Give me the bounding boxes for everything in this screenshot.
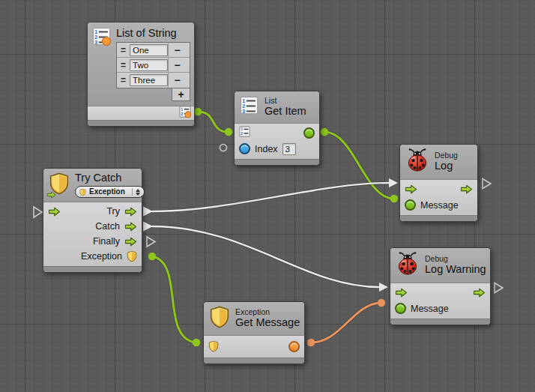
node-title: Log — [435, 160, 458, 172]
drag-handle-icon[interactable]: = — [117, 75, 130, 85]
message-output-port[interactable] — [288, 341, 300, 352]
list-item-row: = − — [117, 73, 190, 88]
node-bottom-band — [400, 215, 477, 221]
wire-getitem-to-log-message[interactable] — [321, 128, 398, 202]
flow-output-port[interactable] — [473, 288, 486, 298]
drag-handle-icon[interactable]: = — [117, 45, 130, 55]
node-title: Try Catch — [75, 172, 145, 184]
message-label: Message — [420, 200, 459, 211]
logwarning-flow-out-marker[interactable] — [495, 283, 503, 293]
index-label: Index — [255, 144, 278, 154]
node-category: Exception — [235, 308, 300, 316]
index-in-marker[interactable] — [220, 145, 227, 151]
node-header[interactable]: List of String = − = − = — [88, 22, 194, 106]
list-of-string-icon — [92, 27, 112, 49]
list-item-input[interactable] — [130, 59, 168, 71]
list-item-row: = − — [117, 58, 190, 73]
node-bottom-band — [390, 319, 490, 325]
remove-item-button[interactable]: − — [168, 73, 186, 88]
output-port-row — [88, 106, 194, 120]
dropdown-divider — [132, 188, 133, 196]
shield-flow-icon — [49, 172, 70, 198]
node-debug-log[interactable]: Debug Log Message — [399, 144, 478, 222]
wire-list-to-getitem[interactable] — [194, 108, 232, 136]
node-header[interactable]: Debug Log Warning — [390, 248, 490, 283]
node-log-warning[interactable]: Debug Log Warning Message — [390, 247, 491, 325]
node-title: Get Item — [265, 106, 306, 117]
exception-label: Exception — [81, 251, 122, 262]
flow-input-port[interactable] — [405, 184, 417, 194]
message-label: Message — [411, 304, 449, 314]
wire-try-to-log[interactable] — [143, 178, 398, 217]
list-input-port[interactable] — [239, 126, 250, 140]
wire-catch-to-logwarning[interactable] — [143, 222, 388, 292]
graph-canvas[interactable]: List of String = − = − = — [0, 0, 535, 392]
message-input-port[interactable] — [395, 303, 406, 314]
list-item-input[interactable] — [130, 44, 168, 56]
log-flow-out-marker[interactable] — [483, 179, 491, 189]
trycatch-flow-in-marker[interactable] — [34, 207, 42, 217]
node-list-of-string[interactable]: List of String = − = − = — [87, 22, 195, 127]
flow-input-port[interactable] — [48, 207, 61, 217]
finally-out-marker[interactable] — [147, 237, 155, 247]
dropdown-value: Exception — [89, 188, 125, 196]
flow-input-port[interactable] — [395, 288, 408, 298]
list-editor: = − = − = − — [116, 42, 190, 88]
drag-handle-icon[interactable]: = — [117, 60, 130, 70]
list-icon — [240, 95, 259, 119]
dropdown-arrows-icon — [136, 189, 140, 196]
node-bottom-band — [88, 120, 194, 126]
item-output-port[interactable] — [303, 127, 315, 139]
shield-icon — [209, 306, 230, 331]
catch-label: Catch — [95, 221, 120, 232]
node-category: Debug — [435, 151, 458, 160]
wire-exception-to-getmessage[interactable] — [148, 253, 200, 346]
list-output-port[interactable] — [179, 106, 191, 121]
flow-output-port[interactable] — [460, 184, 473, 194]
remove-item-button[interactable]: − — [168, 43, 186, 57]
node-header[interactable]: Try Catch Exception — [43, 169, 142, 202]
index-input-port[interactable] — [239, 143, 250, 154]
try-output-port[interactable] — [124, 207, 137, 217]
mini-flow-arrow-icon — [46, 191, 56, 199]
ladybug-icon — [405, 148, 429, 175]
index-input[interactable] — [282, 143, 296, 155]
node-try-catch[interactable]: Try Catch Exception Try Catch Finall — [43, 168, 142, 273]
finally-output-port[interactable] — [124, 237, 137, 247]
node-category: Debug — [425, 255, 486, 263]
node-title: Get Message — [235, 317, 300, 328]
node-get-item[interactable]: List Get Item Index — [234, 91, 320, 166]
list-item-row: = − — [117, 43, 190, 58]
node-bottom-band — [43, 266, 142, 272]
node-bottom-band — [204, 358, 304, 364]
node-title: List of String — [116, 27, 190, 39]
exception-output-port[interactable] — [127, 250, 137, 262]
node-header[interactable]: List Get Item — [235, 91, 319, 124]
node-header[interactable]: Debug Log — [400, 145, 477, 180]
message-input-port[interactable] — [405, 199, 416, 211]
node-title: Log Warning — [425, 264, 486, 275]
node-header[interactable]: Exception Get Message — [204, 302, 304, 336]
node-bottom-band — [235, 159, 319, 165]
remove-item-button[interactable]: − — [168, 58, 186, 72]
exception-input-port[interactable] — [208, 340, 219, 352]
node-get-message[interactable]: Exception Get Message — [203, 301, 305, 364]
finally-label: Finally — [93, 236, 120, 247]
shield-icon — [79, 188, 86, 196]
try-label: Try — [106, 206, 120, 217]
list-item-input[interactable] — [130, 74, 168, 86]
catch-output-port[interactable] — [124, 222, 137, 232]
ladybug-icon — [396, 252, 420, 279]
wire-getmessage-to-warning-message[interactable] — [307, 299, 385, 346]
node-category: List — [265, 97, 306, 105]
exception-type-dropdown[interactable]: Exception — [75, 186, 145, 198]
add-item-button[interactable]: + — [172, 88, 190, 101]
